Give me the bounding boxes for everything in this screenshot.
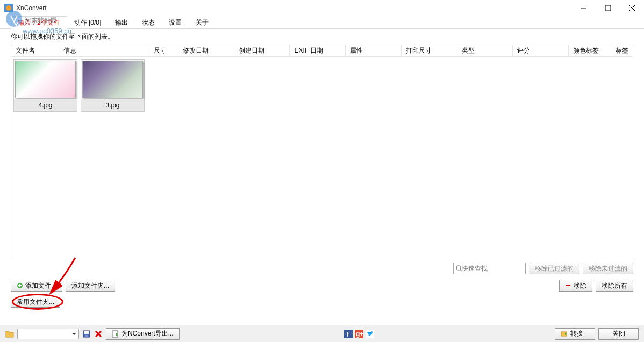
common-folders-button[interactable]: 常用文件夹... — [11, 296, 60, 308]
window-controls — [571, 0, 644, 16]
col-rating[interactable]: 评分 — [513, 45, 569, 56]
facebook-icon[interactable]: f — [344, 330, 353, 338]
remove-button[interactable]: 移除 — [559, 280, 592, 292]
file-name-label: 4.jpg — [14, 99, 77, 111]
export-icon — [112, 330, 119, 338]
action-row-1: 添加文件... 添加文件夹... 移除 移除所有 — [0, 278, 644, 294]
tab-bar: 输入：2个文件 动作 [0/0] 输出 状态 设置 关于 — [0, 16, 644, 29]
app-title: XnConvert — [16, 4, 571, 12]
convert-button[interactable]: 转换 — [555, 328, 595, 340]
minus-icon — [565, 282, 571, 289]
svg-rect-16 — [85, 335, 88, 337]
col-exifdate[interactable]: EXIF 日期 — [290, 45, 346, 56]
file-name-label: 3.jpg — [81, 99, 144, 111]
export-nconvert-button[interactable]: 为NConvert导出... — [106, 328, 180, 340]
col-colorlabel[interactable]: 颜色标签 — [569, 45, 611, 56]
bottom-toolbar: 为NConvert导出... f g+ 转换 关闭 — [0, 325, 644, 342]
tab-actions[interactable]: 动作 [0/0] — [67, 16, 109, 29]
col-label[interactable]: 标签 — [611, 45, 633, 56]
file-item[interactable]: 3.jpg — [81, 59, 145, 112]
add-folder-button[interactable]: 添加文件夹... — [66, 280, 115, 292]
titlebar: XnConvert — [0, 0, 644, 16]
tab-status[interactable]: 状态 — [135, 16, 162, 29]
remove-unfiltered-button[interactable]: 移除未过滤的 — [583, 263, 633, 274]
tab-about[interactable]: 关于 — [189, 16, 216, 29]
col-size[interactable]: 尺寸 — [149, 45, 178, 56]
hint-text: 你可以拖拽你的文件至下面的列表。 — [0, 29, 644, 45]
add-files-button[interactable]: 添加文件... — [11, 280, 62, 292]
remove-filtered-button[interactable]: 移除已过滤的 — [529, 263, 579, 274]
svg-rect-15 — [84, 331, 89, 334]
col-createdate[interactable]: 创建日期 — [234, 45, 290, 56]
column-headers: 文件名 信息 尺寸 修改日期 创建日期 EXIF 日期 属性 打印尺寸 类型 评… — [11, 45, 633, 57]
action-row-2: 常用文件夹... — [0, 294, 644, 310]
folder-icon[interactable] — [5, 330, 14, 338]
svg-point-1 — [6, 5, 11, 11]
minimize-button[interactable] — [571, 0, 596, 16]
save-icon[interactable] — [82, 330, 91, 338]
script-dropdown[interactable] — [17, 329, 79, 339]
filter-bar: 移除已过滤的 移除未过滤的 — [0, 259, 644, 278]
twitter-icon[interactable] — [366, 330, 374, 338]
tab-input[interactable]: 输入：2个文件 — [11, 16, 67, 29]
close-button[interactable] — [620, 0, 644, 16]
thumbnail-image — [15, 61, 76, 98]
col-filename[interactable]: 文件名 — [11, 45, 59, 56]
search-input-wrapper[interactable] — [453, 263, 526, 274]
tab-output[interactable]: 输出 — [108, 16, 135, 29]
close-app-button[interactable]: 关闭 — [598, 328, 639, 340]
app-icon — [4, 4, 13, 12]
col-modifydate[interactable]: 修改日期 — [178, 45, 234, 56]
col-attributes[interactable]: 属性 — [346, 45, 402, 56]
search-input[interactable] — [462, 265, 523, 272]
convert-icon — [561, 330, 568, 338]
search-icon — [456, 265, 462, 272]
svg-text:g+: g+ — [356, 330, 363, 338]
tab-settings[interactable]: 设置 — [162, 16, 189, 29]
svg-point-7 — [456, 266, 461, 270]
col-info[interactable]: 信息 — [59, 45, 149, 56]
plus-icon — [17, 282, 23, 289]
thumbnails-area: 4.jpg 3.jpg — [11, 57, 633, 259]
col-type[interactable]: 类型 — [457, 45, 513, 56]
googleplus-icon[interactable]: g+ — [355, 330, 363, 338]
delete-icon[interactable] — [94, 330, 103, 338]
remove-all-button[interactable]: 移除所有 — [596, 280, 633, 292]
col-printsize[interactable]: 打印尺寸 — [402, 45, 457, 56]
social-icons: f g+ — [344, 330, 374, 338]
file-list-area: 文件名 信息 尺寸 修改日期 创建日期 EXIF 日期 属性 打印尺寸 类型 评… — [11, 45, 633, 259]
thumbnail-image — [82, 61, 143, 98]
maximize-button[interactable] — [596, 0, 620, 16]
svg-rect-3 — [605, 5, 611, 11]
file-item[interactable]: 4.jpg — [13, 59, 77, 112]
